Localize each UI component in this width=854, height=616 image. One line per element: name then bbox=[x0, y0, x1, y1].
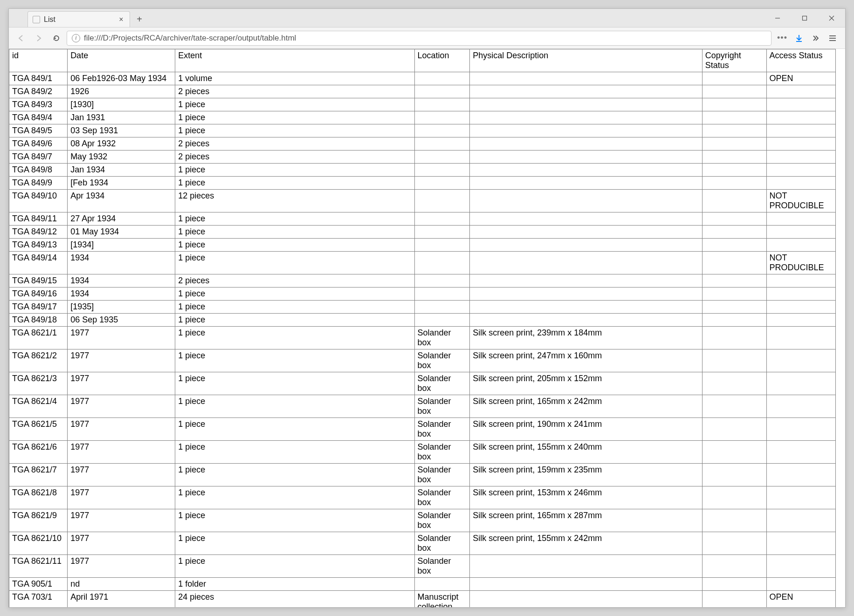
cell-id: TGA 8621/11 bbox=[9, 555, 68, 578]
cell-id: TGA 849/5 bbox=[9, 124, 68, 137]
cell-physdesc: Silk screen print, 165mm x 287mm bbox=[470, 509, 702, 532]
info-icon[interactable]: i bbox=[72, 34, 80, 42]
cell-copyright bbox=[702, 252, 766, 274]
col-header-access: Access Status bbox=[766, 49, 836, 72]
cell-date: [1934] bbox=[68, 239, 175, 252]
cell-access bbox=[766, 137, 836, 151]
cell-date: 1977 bbox=[68, 349, 175, 372]
cell-copyright bbox=[702, 111, 766, 124]
cell-extent: 1 piece bbox=[175, 111, 414, 124]
cell-date: 01 May 1934 bbox=[68, 226, 175, 239]
cell-id: TGA 8621/2 bbox=[9, 349, 68, 372]
cell-location bbox=[414, 287, 470, 301]
close-tab-icon[interactable]: × bbox=[117, 16, 125, 23]
table-row: TGA 8621/419771 pieceSolander boxSilk sc… bbox=[9, 395, 836, 418]
back-button[interactable] bbox=[14, 31, 28, 46]
cell-physdesc bbox=[470, 591, 702, 608]
cell-copyright bbox=[702, 164, 766, 177]
cell-copyright bbox=[702, 85, 766, 98]
reload-button[interactable] bbox=[49, 31, 64, 46]
cell-access bbox=[766, 486, 836, 509]
favicon-icon bbox=[33, 16, 40, 23]
close-window-button[interactable] bbox=[818, 9, 845, 27]
table-row: TGA 849/13[1934]1 piece bbox=[9, 239, 836, 252]
cell-extent: 1 piece bbox=[175, 349, 414, 372]
arrow-left-icon bbox=[17, 34, 25, 42]
cell-date: 1926 bbox=[68, 85, 175, 98]
cell-physdesc bbox=[470, 151, 702, 164]
cell-copyright bbox=[702, 532, 766, 555]
cell-access bbox=[766, 98, 836, 111]
browser-window: List × + i file:///D bbox=[8, 8, 846, 608]
cell-date: 1977 bbox=[68, 486, 175, 509]
cell-access: NOT PRODUCIBLE bbox=[766, 190, 836, 212]
cell-id: TGA 849/17 bbox=[9, 301, 68, 314]
new-tab-button[interactable]: + bbox=[133, 13, 146, 26]
reload-icon bbox=[52, 34, 61, 42]
cell-location: Manuscript collection bbox=[414, 591, 470, 608]
table-row: TGA 8621/519771 pieceSolander boxSilk sc… bbox=[9, 418, 836, 441]
cell-extent: 1 piece bbox=[175, 177, 414, 190]
cell-physdesc: Silk screen print, 205mm x 152mm bbox=[470, 372, 702, 395]
forward-button[interactable] bbox=[31, 31, 46, 46]
browser-tab[interactable]: List × bbox=[28, 11, 130, 27]
col-header-location: Location bbox=[414, 49, 470, 72]
maximize-icon bbox=[802, 15, 807, 21]
cell-location bbox=[414, 226, 470, 239]
menu-button[interactable] bbox=[825, 31, 840, 46]
table-row: TGA 8621/619771 pieceSolander boxSilk sc… bbox=[9, 441, 836, 464]
cell-date: 1977 bbox=[68, 509, 175, 532]
overflow-button[interactable] bbox=[808, 31, 824, 46]
cell-location: Solander box bbox=[414, 349, 470, 372]
cell-access bbox=[766, 372, 836, 395]
cell-extent: 1 piece bbox=[175, 252, 414, 274]
cell-physdesc: Silk screen print, 190mm x 241mm bbox=[470, 418, 702, 441]
cell-location bbox=[414, 301, 470, 314]
cell-access bbox=[766, 212, 836, 226]
cell-id: TGA 849/4 bbox=[9, 111, 68, 124]
download-icon bbox=[795, 34, 803, 42]
cell-copyright bbox=[702, 226, 766, 239]
cell-location bbox=[414, 177, 470, 190]
cell-id: TGA 8621/3 bbox=[9, 372, 68, 395]
cell-date: 1977 bbox=[68, 372, 175, 395]
cell-id: TGA 8621/7 bbox=[9, 464, 68, 486]
cell-extent: 1 piece bbox=[175, 226, 414, 239]
cell-physdesc: Silk screen print, 239mm x 184mm bbox=[470, 327, 702, 349]
cell-access bbox=[766, 509, 836, 532]
cell-date: [1935] bbox=[68, 301, 175, 314]
cell-physdesc bbox=[470, 226, 702, 239]
cell-id: TGA 849/3 bbox=[9, 98, 68, 111]
page-content[interactable]: id Date Extent Location Physical Descrip… bbox=[9, 49, 845, 607]
cell-location: Solander box bbox=[414, 395, 470, 418]
minimize-button[interactable] bbox=[764, 9, 791, 27]
cell-physdesc bbox=[470, 72, 702, 85]
cell-id: TGA 849/15 bbox=[9, 274, 68, 287]
cell-extent: 1 piece bbox=[175, 301, 414, 314]
table-row: TGA 849/8Jan 19341 piece bbox=[9, 164, 836, 177]
cell-copyright bbox=[702, 555, 766, 578]
cell-location bbox=[414, 137, 470, 151]
cell-date: 03 Sep 1931 bbox=[68, 124, 175, 137]
col-header-copyright: Copyright Status bbox=[702, 49, 766, 72]
cell-extent: 12 pieces bbox=[175, 190, 414, 212]
cell-extent: 24 pieces bbox=[175, 591, 414, 608]
cell-id: TGA 905/1 bbox=[9, 578, 68, 591]
url-input[interactable]: i file:///D:/Projects/RCA/archiver/tate-… bbox=[67, 31, 771, 46]
cell-extent: 1 piece bbox=[175, 239, 414, 252]
cell-id: TGA 8621/10 bbox=[9, 532, 68, 555]
table-row: TGA 849/7May 19322 pieces bbox=[9, 151, 836, 164]
cell-location bbox=[414, 314, 470, 327]
tab-strip: List × + bbox=[9, 9, 146, 27]
cell-copyright bbox=[702, 486, 766, 509]
maximize-button[interactable] bbox=[791, 9, 818, 27]
downloads-button[interactable] bbox=[791, 31, 807, 46]
cell-physdesc: Silk screen print, 159mm x 235mm bbox=[470, 464, 702, 486]
cell-access: NOT PRODUCIBLE bbox=[766, 252, 836, 274]
url-text: file:///D:/Projects/RCA/archiver/tate-sc… bbox=[84, 34, 296, 43]
table-row: TGA 849/1519342 pieces bbox=[9, 274, 836, 287]
cell-physdesc bbox=[470, 301, 702, 314]
cell-extent: 1 piece bbox=[175, 464, 414, 486]
page-actions-button[interactable]: ••• bbox=[774, 31, 790, 46]
cell-access bbox=[766, 239, 836, 252]
